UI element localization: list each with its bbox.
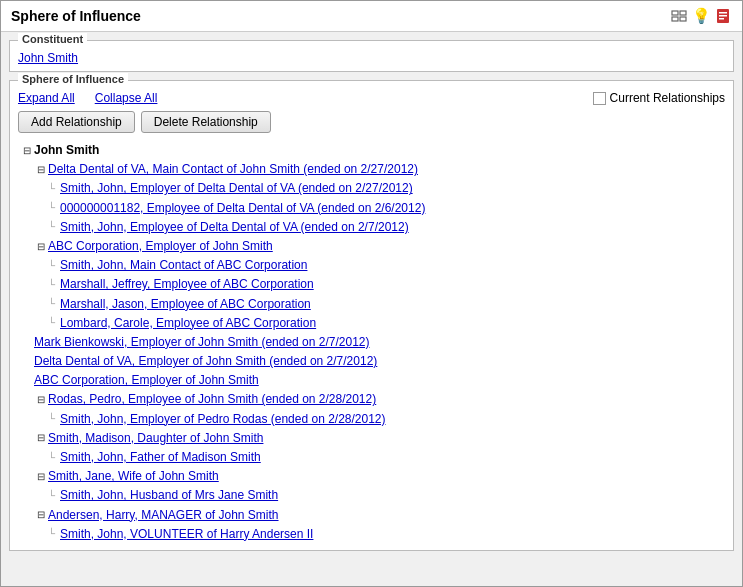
smith-madison-link[interactable]: Smith, Madison, Daughter of John Smith <box>48 429 263 448</box>
title-icons-group: 💡 <box>670 7 732 25</box>
list-item: Mark Bienkowski, Employer of John Smith … <box>20 333 725 352</box>
list-item: └ Smith, John, Employee of Delta Dental … <box>20 218 725 237</box>
svg-rect-2 <box>672 17 678 21</box>
root-expand-icon[interactable]: ⊟ <box>20 143 34 159</box>
list-item: Delta Dental of VA, Employer of John Smi… <box>20 352 725 371</box>
svg-rect-6 <box>719 15 727 17</box>
marshall-jason-link[interactable]: Marshall, Jason, Employee of ABC Corpora… <box>60 295 311 314</box>
rodas-expand-icon[interactable]: ⊟ <box>34 392 48 408</box>
smith-employer-delta-link[interactable]: Smith, John, Employer of Delta Dental of… <box>60 179 413 198</box>
employee-delta-link[interactable]: 000000001182, Employee of Delta Dental o… <box>60 199 425 218</box>
list-item: └ Marshall, Jeffrey, Employee of ABC Cor… <box>20 275 725 294</box>
add-relationship-button[interactable]: Add Relationship <box>18 111 135 133</box>
action-buttons: Add Relationship Delete Relationship <box>18 111 725 133</box>
connector-icon: └ <box>48 258 60 274</box>
list-item: ⊟ Rodas, Pedro, Employee of John Smith (… <box>20 390 725 409</box>
smith-father-link[interactable]: Smith, John, Father of Madison Smith <box>60 448 261 467</box>
svg-rect-3 <box>680 17 686 21</box>
rodas-link[interactable]: Rodas, Pedro, Employee of John Smith (en… <box>48 390 376 409</box>
smith-main-abc-link[interactable]: Smith, John, Main Contact of ABC Corpora… <box>60 256 307 275</box>
connector-icon: └ <box>48 526 60 542</box>
connector-icon: └ <box>48 488 60 504</box>
connector-icon: └ <box>48 277 60 293</box>
title-bar: Sphere of Influence 💡 <box>1 1 742 32</box>
abc-expand-icon[interactable]: ⊟ <box>34 239 48 255</box>
constituent-name-link[interactable]: John Smith <box>18 51 78 65</box>
list-item: └ Smith, John, Husband of Mrs Jane Smith <box>20 486 725 505</box>
root-item-text: John Smith <box>34 141 99 160</box>
connector-icon: └ <box>48 219 60 235</box>
smith-husband-link[interactable]: Smith, John, Husband of Mrs Jane Smith <box>60 486 278 505</box>
connector-icon: └ <box>48 450 60 466</box>
list-item: └ Lombard, Carole, Employee of ABC Corpo… <box>20 314 725 333</box>
andersen-link[interactable]: Andersen, Harry, MANAGER of John Smith <box>48 506 279 525</box>
list-item: ⊟ Andersen, Harry, MANAGER of John Smith <box>20 506 725 525</box>
sphere-section: Sphere of Influence Expand All Collapse … <box>9 80 734 551</box>
list-item: ⊟ Smith, Madison, Daughter of John Smith <box>20 429 725 448</box>
expand-all-link[interactable]: Expand All <box>18 91 75 105</box>
list-item: └ Smith, John, Employer of Delta Dental … <box>20 179 725 198</box>
list-item: └ Smith, John, Main Contact of ABC Corpo… <box>20 256 725 275</box>
marshall-jeffrey-link[interactable]: Marshall, Jeffrey, Employee of ABC Corpo… <box>60 275 314 294</box>
svg-rect-7 <box>719 18 724 20</box>
connector-icon: └ <box>48 200 60 216</box>
list-item: └ 000000001182, Employee of Delta Dental… <box>20 199 725 218</box>
bulb-icon[interactable]: 💡 <box>692 7 710 25</box>
svg-rect-0 <box>672 11 678 15</box>
list-item: └ Marshall, Jason, Employee of ABC Corpo… <box>20 295 725 314</box>
current-relationships-checkbox[interactable] <box>593 92 606 105</box>
list-item: └ Smith, John, VOLUNTEER of Harry Anders… <box>20 525 725 544</box>
smith-employer-rodas-link[interactable]: Smith, John, Employer of Pedro Rodas (en… <box>60 410 386 429</box>
current-relationships-group: Current Relationships <box>593 91 725 105</box>
content-area: Constituent John Smith Sphere of Influen… <box>1 32 742 567</box>
delta-dental-link[interactable]: Delta Dental of VA, Main Contact of John… <box>48 160 418 179</box>
smith-jane-link[interactable]: Smith, Jane, Wife of John Smith <box>48 467 219 486</box>
tree-root-row: ⊟ John Smith <box>20 141 725 160</box>
current-relationships-label: Current Relationships <box>610 91 725 105</box>
svg-rect-1 <box>680 11 686 15</box>
list-item: ABC Corporation, Employer of John Smith <box>20 371 725 390</box>
tree-view: ⊟ John Smith ⊟ Delta Dental of VA, Main … <box>18 141 725 544</box>
svg-rect-5 <box>719 12 727 14</box>
jane-expand-icon[interactable]: ⊟ <box>34 469 48 485</box>
grid-icon[interactable] <box>670 7 688 25</box>
smith-volunteer-link[interactable]: Smith, John, VOLUNTEER of Harry Andersen… <box>60 525 313 544</box>
report-icon[interactable] <box>714 7 732 25</box>
list-item: ⊟ Smith, Jane, Wife of John Smith <box>20 467 725 486</box>
madison-expand-icon[interactable]: ⊟ <box>34 430 48 446</box>
expand-collapse-group: Expand All Collapse All <box>18 91 593 105</box>
abc-corp2-link[interactable]: ABC Corporation, Employer of John Smith <box>34 371 259 390</box>
delete-relationship-button[interactable]: Delete Relationship <box>141 111 271 133</box>
sphere-toolbar: Expand All Collapse All Current Relation… <box>18 91 725 105</box>
list-item: ⊟ ABC Corporation, Employer of John Smit… <box>20 237 725 256</box>
delta-dental-expand-icon[interactable]: ⊟ <box>34 162 48 178</box>
constituent-label: Constituent <box>18 33 87 45</box>
sphere-label: Sphere of Influence <box>18 73 128 85</box>
smith-employee-delta-link[interactable]: Smith, John, Employee of Delta Dental of… <box>60 218 409 237</box>
delta-dental2-link[interactable]: Delta Dental of VA, Employer of John Smi… <box>34 352 377 371</box>
connector-icon: └ <box>48 411 60 427</box>
mark-b-link[interactable]: Mark Bienkowski, Employer of John Smith … <box>34 333 370 352</box>
connector-icon: └ <box>48 296 60 312</box>
connector-icon: └ <box>48 315 60 331</box>
connector-icon: └ <box>48 181 60 197</box>
main-window: Sphere of Influence 💡 <box>0 0 743 587</box>
andersen-expand-icon[interactable]: ⊟ <box>34 507 48 523</box>
list-item: └ Smith, John, Employer of Pedro Rodas (… <box>20 410 725 429</box>
lombard-link[interactable]: Lombard, Carole, Employee of ABC Corpora… <box>60 314 316 333</box>
abc-corp-link[interactable]: ABC Corporation, Employer of John Smith <box>48 237 273 256</box>
constituent-section: Constituent John Smith <box>9 40 734 72</box>
collapse-all-link[interactable]: Collapse All <box>95 91 158 105</box>
list-item: ⊟ Delta Dental of VA, Main Contact of Jo… <box>20 160 725 179</box>
list-item: └ Smith, John, Father of Madison Smith <box>20 448 725 467</box>
window-title: Sphere of Influence <box>11 8 141 24</box>
